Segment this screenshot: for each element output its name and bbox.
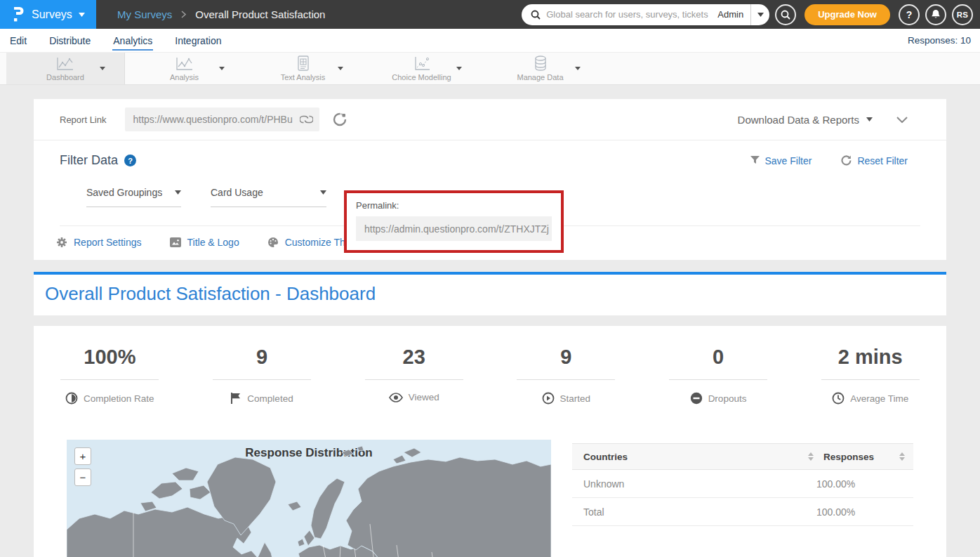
funnel-icon — [750, 156, 760, 165]
refresh-icon — [841, 155, 852, 166]
page-title: Overall Product Satisfaction - Dashboard — [45, 283, 935, 305]
responses-count: Responses: 10 — [908, 35, 971, 46]
page-content: Report Link https://www.questionpro.com/… — [0, 85, 980, 557]
filter-help-icon[interactable]: ? — [124, 155, 136, 166]
divider — [213, 379, 311, 380]
permalink-url: https://admin.questionpro.com/t/ZTHXJTZj — [364, 223, 549, 235]
filter-header: Filter Data ? Save Filter Reset Filter — [60, 153, 920, 168]
divider — [669, 379, 767, 380]
search-button[interactable] — [775, 4, 796, 25]
user-avatar[interactable]: RS — [952, 4, 973, 25]
map-zoom-out-button[interactable]: − — [74, 468, 91, 486]
caret-down-icon[interactable] — [575, 67, 581, 70]
ribbon-label: Analysis — [170, 73, 199, 81]
filter-data-title: Filter Data — [60, 153, 118, 168]
stat-label: Completed — [247, 393, 293, 404]
ribbon-analysis[interactable]: Analysis — [125, 53, 244, 84]
stat-viewed: 23 Viewed — [338, 346, 490, 405]
map-and-table-row: Response Distribution + − — [34, 440, 946, 557]
upgrade-now-button[interactable]: Upgrade Now — [804, 4, 890, 25]
stat-started: 9 Started — [490, 346, 642, 405]
response-distribution-map[interactable]: Response Distribution + − — [67, 440, 551, 557]
ribbon-choice-modelling[interactable]: Choice Modelling — [362, 53, 481, 84]
tab-edit[interactable]: Edit — [9, 31, 27, 51]
responses-column-header[interactable]: Responses — [823, 452, 891, 462]
permalink-label: Permalink: — [356, 200, 552, 211]
survey-nav: Edit Distribute Analytics Integration Re… — [0, 29, 980, 52]
global-search-input[interactable] — [546, 9, 710, 20]
database-icon — [534, 55, 548, 71]
report-link-url: https://www.questionpro.com/t/PHBu — [133, 114, 300, 125]
caret-down-icon[interactable] — [219, 67, 225, 70]
live-report-icon[interactable] — [333, 112, 347, 126]
caret-down-icon[interactable] — [338, 67, 343, 70]
caret-down-icon — [866, 117, 873, 122]
card-usage-label: Card Usage — [211, 187, 320, 198]
help-button[interactable]: ? — [899, 4, 920, 25]
document-grid-icon — [296, 55, 310, 71]
report-settings-link[interactable]: Report Settings — [56, 237, 142, 248]
title-logo-link[interactable]: Title & Logo — [170, 237, 239, 248]
stat-value: 9 — [560, 346, 571, 369]
saved-groupings-select[interactable]: Saved Groupings — [86, 187, 181, 207]
table-row: Total 100.00% — [572, 498, 913, 526]
caret-down-icon[interactable] — [100, 67, 105, 70]
tab-distribute[interactable]: Distribute — [48, 31, 91, 51]
breadcrumb-current: Overall Product Satisfaction — [195, 8, 325, 20]
collapse-panel-chevron-icon[interactable] — [896, 117, 920, 123]
search-scope-caret-icon[interactable] — [751, 4, 769, 25]
countries-column-header[interactable]: Countries — [583, 452, 808, 462]
minus-circle-icon — [690, 392, 703, 405]
search-scope-label[interactable]: Admin — [710, 9, 750, 20]
country-name: Total — [583, 506, 816, 518]
tab-analytics[interactable]: Analytics — [112, 31, 153, 51]
report-settings-label: Report Settings — [74, 237, 142, 248]
divider — [365, 379, 463, 380]
tab-integration[interactable]: Integration — [174, 31, 222, 51]
stats-row: 100% Completion Rate 9 Completed 23 — [34, 346, 946, 405]
ribbon-text-analysis[interactable]: Text Analysis — [244, 53, 362, 84]
stat-value: 9 — [256, 346, 267, 369]
saved-groupings-label: Saved Groupings — [86, 187, 175, 198]
stat-average-time: 2 mins Average Time — [794, 346, 946, 405]
sort-responses-icon[interactable] — [899, 452, 905, 461]
topbar: Surveys My Surveys Overall Product Satis… — [0, 0, 980, 29]
eye-icon — [389, 393, 403, 402]
gear-icon — [56, 237, 67, 248]
flag-icon — [230, 392, 241, 405]
notifications-button[interactable] — [925, 4, 946, 25]
table-row: Unknown 100.00% — [572, 470, 913, 498]
caret-down-icon — [175, 190, 181, 195]
ribbon-label: Choice Modelling — [392, 73, 451, 81]
ribbon-dashboard[interactable]: Dashboard — [6, 53, 125, 84]
ribbon-label: Dashboard — [46, 73, 84, 81]
global-search: Admin — [522, 4, 769, 25]
divider — [60, 379, 159, 380]
filter-section: Filter Data ? Save Filter Reset Filter S… — [34, 140, 946, 226]
stat-completed: 9 Completed — [186, 346, 338, 405]
download-data-reports-label: Download Data & Reports — [738, 114, 859, 126]
play-circle-icon — [542, 392, 555, 405]
caret-down-icon — [79, 13, 85, 17]
save-filter-label: Save Filter — [765, 155, 812, 166]
report-link-field[interactable]: https://www.questionpro.com/t/PHBu — [125, 107, 319, 131]
half-pie-icon — [65, 392, 78, 405]
download-data-reports-dropdown[interactable]: Download Data & Reports — [738, 114, 873, 126]
sort-countries-icon[interactable] — [808, 452, 814, 461]
map-zoom-in-button[interactable]: + — [74, 447, 91, 465]
title-logo-label: Title & Logo — [187, 237, 239, 248]
card-usage-select[interactable]: Card Usage — [211, 187, 326, 207]
reset-filter-button[interactable]: Reset Filter — [841, 155, 908, 166]
dashboard-card: 100% Completion Rate 9 Completed 23 — [34, 326, 946, 557]
world-map — [67, 440, 551, 557]
product-switcher[interactable]: Surveys — [0, 0, 96, 29]
stat-value: 23 — [403, 346, 425, 369]
caret-down-icon[interactable] — [456, 67, 462, 70]
save-filter-button[interactable]: Save Filter — [750, 155, 812, 166]
stat-value: 2 mins — [838, 346, 903, 369]
permalink-field[interactable]: https://admin.questionpro.com/t/ZTHXJTZj — [356, 216, 552, 241]
breadcrumb-my-surveys[interactable]: My Surveys — [117, 8, 172, 20]
breadcrumb: My Surveys Overall Product Satisfaction — [117, 8, 325, 20]
search-icon — [531, 10, 541, 20]
ribbon-manage-data[interactable]: Manage Data — [481, 53, 600, 84]
